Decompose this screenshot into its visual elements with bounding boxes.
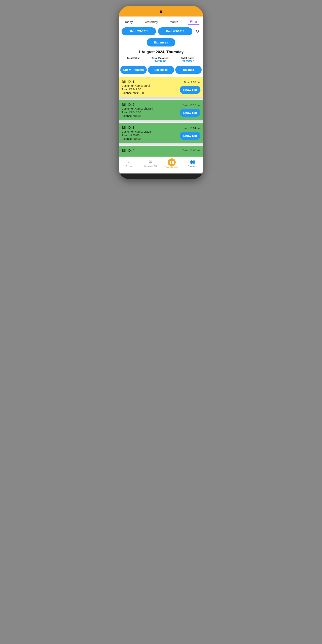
bill-time-2: Time: 10:12 pm	[182, 104, 200, 107]
bill-time-1: Time: 9:33 pm	[184, 81, 200, 84]
phone-screen: Today Yesterday Month Filter Start: 7/1/…	[119, 16, 203, 174]
bill-card-2: Bill ID: 2 Customer Name: bharani Total:…	[119, 100, 203, 120]
tab-bar: Today Yesterday Month Filter	[119, 16, 203, 25]
start-date-button[interactable]: Start: 7/1/2024	[122, 27, 156, 36]
nav-generate-bill-label: Generate Bill	[144, 165, 157, 168]
tab-today[interactable]: Today	[122, 19, 135, 24]
refresh-button[interactable]: ↺	[194, 28, 200, 35]
expenses-button[interactable]: Expenses	[147, 38, 175, 46]
bill-customer-2: Customer Name: bharani	[122, 107, 176, 110]
bill-time-3: Time: 10:34 pm	[182, 126, 200, 130]
phone-frame: Today Yesterday Month Filter Start: 7/1/…	[119, 6, 203, 179]
bill-id-3: Bill ID: 3	[122, 126, 176, 130]
bill-info-2: Bill ID: 2 Customer Name: bharani Total:…	[122, 103, 176, 118]
bill-customer-3: Customer Name: praba	[122, 130, 176, 133]
bill-card-3: Bill ID: 3 Customer Name: praba Total: ₹…	[119, 123, 203, 143]
total-balance-value: ₹4397.00	[154, 60, 166, 63]
bill-customer-1: Customer Name: durai	[122, 84, 176, 87]
show-bill-button-1[interactable]: Show Bill	[180, 86, 201, 94]
camera-icon	[160, 10, 162, 13]
bill-right-2: Time: 10:12 pm Show Bill	[176, 104, 200, 117]
balance-button[interactable]: Balance	[175, 66, 202, 74]
bill-total-1: Total: ₹2241.00	[122, 88, 176, 91]
show-bill-button-2[interactable]: Show Bill	[180, 109, 201, 117]
total-sales-label: Total Sales:	[181, 56, 196, 60]
tab-month[interactable]: Month	[168, 19, 180, 24]
bill-balance-2: Balance: ₹0.00	[122, 114, 176, 118]
date-heading: 1 August 2024, Thursday	[119, 48, 203, 55]
end-date-button[interactable]: End: 8/1/2024	[158, 27, 192, 36]
bill-balance-1: Balance: ₹241.00	[122, 91, 176, 94]
nav-product-label: Product	[126, 165, 133, 168]
bill-id-4: Bill ID: 4	[122, 149, 134, 152]
bill-card-1: Bill ID: 1 Customer Name: durai Total: ₹…	[119, 77, 203, 98]
bill-balance-3: Balance: ₹0.00	[122, 137, 176, 140]
status-bar	[119, 6, 203, 16]
bill-total-3: Total: ₹290.00	[122, 134, 176, 137]
tab-yesterday[interactable]: Yesterday	[142, 19, 160, 24]
nav-generate-bill[interactable]: ▤ Generate Bill	[140, 160, 161, 168]
customer-icon: 👥	[190, 160, 196, 164]
nav-product[interactable]: ⌂ Product	[119, 160, 140, 168]
action-row: Show Products Expenses Balance	[119, 64, 203, 76]
bill-right-1: Time: 9:33 pm Show Bill	[176, 81, 200, 94]
bill-total-2: Total: ₹2048.00	[122, 111, 176, 114]
bill-info-1: Bill ID: 1 Customer Name: durai Total: ₹…	[122, 80, 176, 94]
bill-time-4: Time: 12:00 am	[182, 149, 200, 152]
bill-icon: ▤	[148, 160, 152, 164]
expenses-row: Expenses	[119, 37, 203, 48]
nav-customer-label: Customer	[188, 165, 198, 168]
chart-icon: ▮▮	[169, 160, 174, 164]
nav-customer[interactable]: 👥 Customer	[182, 160, 203, 168]
show-products-button[interactable]: Show Products	[120, 66, 147, 74]
show-bill-button-3[interactable]: Show Bill	[180, 132, 201, 140]
bill-id-2: Bill ID: 2	[122, 103, 176, 107]
bill-right-3: Time: 10:34 pm Show Bill	[176, 126, 200, 140]
stats-row: Total Bills: Total Balance: ₹4397.00 Tot…	[119, 55, 203, 64]
bill-id-1: Bill ID: 1	[122, 80, 176, 84]
total-sales-value: ₹29345.0	[182, 60, 194, 63]
stat-total-bills: Total Bills:	[126, 56, 140, 60]
home-icon: ⌂	[128, 160, 130, 164]
stat-total-balance: Total Balance: ₹4397.00	[152, 56, 169, 63]
bill-card-4: Bill ID: 4 Time: 12:00 am	[119, 146, 203, 156]
bills-container: Bill ID: 1 Customer Name: durai Total: ₹…	[119, 77, 203, 156]
nav-sales-details-label: Sales Details	[165, 166, 178, 168]
total-balance-label: Total Balance:	[152, 56, 169, 60]
action-expenses-button[interactable]: Expenses	[148, 66, 174, 74]
bottom-nav: ⌂ Product ▤ Generate Bill ▮▮ Sales Detai…	[119, 156, 203, 170]
bill-info-3: Bill ID: 3 Customer Name: praba Total: ₹…	[122, 126, 176, 140]
stat-total-sales: Total Sales: ₹29345.0	[181, 56, 196, 63]
nav-sales-details[interactable]: ▮▮ Sales Details	[161, 158, 182, 168]
total-bills-label: Total Bills:	[126, 56, 140, 60]
filter-row: Start: 7/1/2024 End: 8/1/2024 ↺	[119, 25, 203, 37]
tab-filter[interactable]: Filter	[188, 19, 200, 24]
